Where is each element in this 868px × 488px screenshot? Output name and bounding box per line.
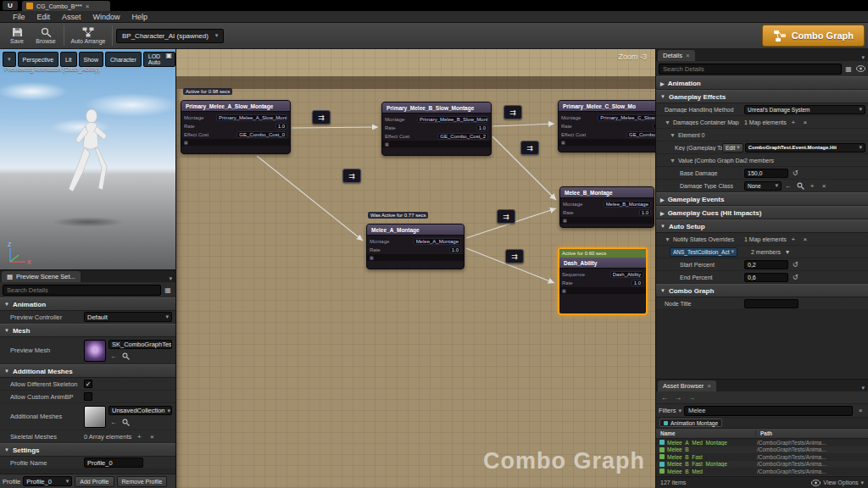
chevron-expanded-icon[interactable]: ▼ [665,236,670,242]
asset-row[interactable]: Melee_A_Med_Montage/ComboGraphTests/Anim… [656,439,868,446]
profile-dropdown[interactable]: Profile_0 ▾ [23,476,72,486]
back-icon[interactable]: ← [659,392,670,402]
maximize-icon[interactable]: ▣ [165,52,172,59]
preview-viewport[interactable]: ▾ Perspective Lit Show Character LOD Aut… [0,49,176,269]
close-icon[interactable]: × [686,52,690,59]
chevron-down-icon[interactable]: ▾ [858,54,868,61]
view-options-button[interactable]: View Options ▾ [811,480,864,486]
show-button[interactable]: Show [79,52,104,67]
allow-custom-animbp-checkbox[interactable] [84,392,92,401]
transition-node[interactable]: ⇉ [520,141,539,155]
use-selected-icon[interactable]: ← [783,180,793,191]
browse-to-asset-icon[interactable] [120,351,131,361]
browse-to-asset-icon[interactable] [120,417,131,427]
lit-button[interactable]: Lit [60,52,76,67]
tab-asset-browser[interactable]: Asset Browser × [658,380,716,391]
menu-edit[interactable]: Edit [31,13,57,21]
menu-asset[interactable]: Asset [56,13,87,21]
edit-tag-button[interactable]: Edit ▾ [722,143,743,152]
asset-row[interactable]: Melee_B_Fast/ComboGraphTests/Anima... [656,453,868,461]
section-gameplay-effects[interactable]: ▼ Gameplay Effects [656,90,868,103]
additional-meshes-thumbnail[interactable] [84,406,106,428]
asset-row[interactable]: Melee_B_Fast_Montage/ComboGraphTests/Ani… [656,461,868,469]
revert-icon[interactable]: ↺ [790,272,800,282]
section-combo-graph[interactable]: ▼ Combo Graph [656,284,868,297]
section-animation[interactable]: ▶ Animation [656,76,868,90]
add-map-element-icon[interactable]: + [788,117,798,127]
animation-montage-filter-chip[interactable]: Animation Montage [659,419,722,427]
chevron-down-icon[interactable]: ▾ [782,247,793,257]
add-map-element-icon[interactable]: + [788,234,798,244]
details-search-input[interactable] [659,64,842,75]
forward-icon[interactable]: → [673,392,683,402]
clear-search-icon[interactable]: × [855,406,865,416]
clear-icon[interactable]: × [819,180,829,191]
column-name[interactable]: Name [656,430,756,436]
graph-node-melee-b-montage[interactable]: Melee_B_Montage MontageMelee_B_Montage R… [559,186,654,228]
allow-different-skeleton-checkbox[interactable]: ✓ [84,380,92,388]
transition-node[interactable]: ⇉ [342,169,361,183]
revert-icon[interactable]: ↺ [790,168,800,178]
combo-graph-mode-button[interactable]: Combo Graph [762,25,865,47]
add-element-icon[interactable]: + [134,431,144,441]
transition-node[interactable]: ⇉ [312,110,331,125]
graph-node-primary-melee-b[interactable]: Primary_Melee_B_Slow_Montage MontagePrim… [381,102,492,156]
menu-file[interactable]: File [7,13,31,21]
delete-icon[interactable]: × [147,431,157,441]
revert-icon[interactable]: ↺ [790,259,800,269]
transition-node[interactable]: ⇉ [505,249,524,263]
browse-to-asset-icon[interactable] [795,180,805,191]
asset-row[interactable]: Melee_B_Med/ComboGraphTests/Anima... [656,468,868,475]
perspective-button[interactable]: Perspective [18,52,59,67]
remove-profile-button[interactable]: Remove Profile [117,476,168,487]
display-filter-eye-icon[interactable] [855,64,865,74]
graph-node-primary-melee-c[interactable]: Primary_Melee_C_Slow_Mo MontagePrimary_M… [558,100,655,152]
graph-node-melee-a-montage[interactable]: Melee_A_Montage MontageMelee_A_Montage R… [366,224,465,269]
section-mesh[interactable]: ▼ Mesh [0,324,175,337]
go-to-folder-icon[interactable]: → [687,392,697,402]
profile-name-input[interactable] [84,458,143,468]
empty-map-icon[interactable]: × [800,234,810,244]
column-path[interactable]: Path [756,430,868,436]
end-percent-input[interactable] [744,273,788,282]
chevron-down-icon[interactable]: ▾ [678,408,682,414]
additional-meshes-dropdown[interactable]: UnsavedCollection ▾ [108,406,172,415]
document-tab[interactable]: CG_Combo_B*** × [22,1,110,11]
close-icon[interactable]: × [707,382,711,390]
preview-mesh-dropdown[interactable]: SK_ComboGraphTest_Mar ▾ [108,340,172,349]
auto-arrange-button[interactable]: Auto Arrange [68,24,108,48]
section-auto-setup[interactable]: ▼ Auto Setup [656,219,868,233]
notify-state-class-dropdown[interactable]: ANS_TestCollision_Act ▾ [670,247,737,257]
menu-help[interactable]: Help [126,13,154,21]
chevron-down-icon[interactable]: ▾ [858,385,868,391]
transition-node[interactable]: ⇉ [504,105,522,119]
save-button[interactable]: Save [3,24,31,48]
use-selected-icon[interactable]: ← [108,351,119,361]
section-animation[interactable]: ▼ Animation [0,297,175,311]
section-additional-meshes[interactable]: ▼ Additional Meshes [0,364,175,378]
chevron-expanded-icon[interactable]: ▼ [665,119,670,125]
add-icon[interactable]: + [807,180,817,191]
transition-node[interactable]: ⇉ [497,209,515,224]
empty-map-icon[interactable]: × [800,117,810,127]
add-profile-button[interactable]: Add Profile [75,476,114,487]
start-percent-input[interactable] [744,260,788,269]
preview-search-input[interactable] [3,285,161,296]
viewport-options-button[interactable]: ▾ [3,52,16,67]
browse-button[interactable]: Browse [31,24,60,48]
chevron-down-icon[interactable]: ▾ [165,275,175,282]
damage-type-dropdown[interactable]: None ▾ [744,181,782,191]
asset-search-input[interactable] [684,406,853,416]
base-damage-input[interactable] [744,169,788,178]
preview-target-dropdown[interactable]: BP_Character_AI (spawned) ▾ [116,29,224,43]
asset-row[interactable]: Melee_B/ComboGraphTests/Anima... [656,446,868,454]
chevron-expanded-icon[interactable]: ▼ [670,158,676,164]
grid-view-icon[interactable]: ▦ [163,285,173,295]
section-settings[interactable]: ▼ Settings [0,443,175,457]
section-gameplay-events[interactable]: ▶ Gameplay Events [656,192,868,206]
graph-node-dash-ability-selected[interactable]: Active for 0.60 secs Dash_Ability Sequen… [558,247,648,315]
graph-node-primary-melee-a[interactable]: Primary_Melee_A_Slow_Montage MontagePrim… [181,100,291,154]
gameplay-tag-dropdown[interactable]: ComboGraphTest.Event.Montage.Hit ▾ [745,143,865,152]
section-gameplay-cues[interactable]: ▶ Gameplay Cues (Hit Impacts) [656,206,868,219]
grid-view-icon[interactable]: ▦ [843,64,854,74]
